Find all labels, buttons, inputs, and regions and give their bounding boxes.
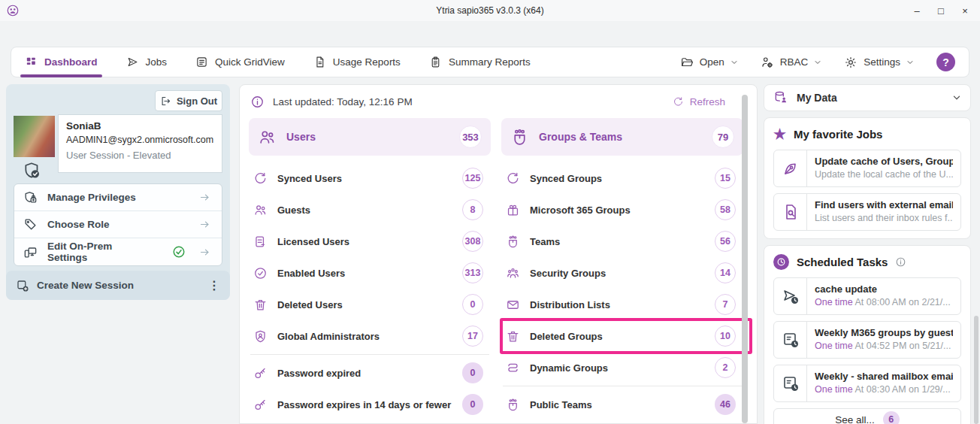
favorite-jobs-title: My favorite Jobs bbox=[794, 128, 882, 141]
tab-quick-gridview[interactable]: Quick GridView bbox=[195, 56, 285, 68]
shield-check-icon bbox=[23, 161, 42, 180]
row-synced-groups[interactable]: Synced Groups 15 bbox=[501, 162, 743, 194]
favorite-job-item[interactable]: Find users with external email ... List … bbox=[773, 193, 961, 231]
license-doc-icon bbox=[253, 235, 268, 249]
scheduled-task-item[interactable]: Weekly M365 groups by guest... One time … bbox=[773, 321, 961, 359]
see-all-button[interactable]: See all... 6 bbox=[773, 408, 961, 424]
groups-card-header[interactable]: Groups & Teams 79 bbox=[501, 118, 743, 156]
row-m365-groups[interactable]: Microsoft 365 Groups 58 bbox=[501, 194, 743, 226]
scheduled-task-item[interactable]: cache update One time At 08:00 AM on 2/2… bbox=[773, 277, 961, 315]
gift-box-icon bbox=[506, 203, 520, 217]
folder-icon bbox=[680, 56, 694, 69]
row-public-teams[interactable]: Public Teams 46 bbox=[501, 389, 743, 420]
session-type: User Session - Elevated bbox=[66, 150, 214, 161]
groups-total-badge: 79 bbox=[712, 126, 734, 148]
settings-menu-button[interactable]: Settings bbox=[844, 56, 914, 69]
user-name: SoniaB bbox=[66, 120, 214, 132]
row-guests[interactable]: Guests 8 bbox=[249, 194, 491, 226]
row-security-groups[interactable]: Security Groups 14 bbox=[501, 257, 743, 289]
calendar-clock-icon bbox=[774, 322, 807, 358]
main-scrollbar[interactable] bbox=[742, 95, 748, 423]
row-enabled-users[interactable]: Enabled Users 313 bbox=[249, 257, 491, 289]
session-actions: Manage Privileges Choose Role Edit On-Pr… bbox=[14, 183, 222, 266]
trash-icon bbox=[253, 298, 268, 312]
tab-summary-reports[interactable]: Summary Reports bbox=[429, 56, 531, 68]
row-password-expires-soon[interactable]: Password expires in 14 days or fewer 0 bbox=[249, 389, 491, 420]
manage-privileges-button[interactable]: Manage Privileges bbox=[14, 184, 222, 211]
title-bar: Ytria sapio365 v3.0.3 (x64) – □ × bbox=[0, 0, 980, 21]
close-button[interactable]: × bbox=[953, 1, 977, 20]
doc-search-icon bbox=[774, 194, 807, 230]
shield-user-icon bbox=[253, 329, 268, 344]
kebab-menu-icon[interactable]: ⋮ bbox=[208, 278, 220, 292]
users-icon bbox=[253, 203, 268, 217]
users-card: Users 353 Synced Users 125 Guests 8 Lice… bbox=[249, 118, 491, 424]
teams-icon bbox=[506, 235, 520, 249]
row-licensed-users[interactable]: Licensed Users 308 bbox=[249, 226, 491, 257]
row-partial bbox=[249, 420, 491, 424]
new-session-plus-icon bbox=[16, 279, 29, 292]
count-badge: 14 bbox=[715, 262, 736, 283]
see-all-count-badge: 6 bbox=[883, 411, 900, 424]
chevron-down-icon[interactable] bbox=[952, 93, 961, 102]
right-scrollbar[interactable] bbox=[974, 316, 978, 424]
help-button[interactable]: ? bbox=[936, 53, 955, 71]
tag-icon bbox=[23, 217, 38, 232]
row-distribution-lists[interactable]: Distribution Lists 7 bbox=[501, 289, 743, 320]
count-badge: 58 bbox=[715, 199, 736, 220]
database-user-icon bbox=[773, 90, 788, 105]
app-logo-icon bbox=[6, 4, 20, 17]
info-icon bbox=[250, 95, 265, 109]
divider bbox=[250, 354, 489, 355]
count-badge: 8 bbox=[462, 199, 483, 220]
arrow-right-icon bbox=[197, 192, 213, 203]
refresh-button[interactable]: Refresh bbox=[673, 96, 725, 108]
user-gear-icon bbox=[761, 56, 774, 69]
dashboard-panel: Last updated: Today, 12:16 PM Refresh Us… bbox=[239, 84, 758, 424]
row-global-administrators[interactable]: Global Administrators 17 bbox=[249, 320, 491, 352]
trash-icon bbox=[506, 329, 520, 344]
open-menu-button[interactable]: Open bbox=[680, 56, 738, 69]
shield-lock-icon bbox=[23, 190, 38, 204]
my-data-section[interactable]: My Data bbox=[764, 84, 971, 111]
sign-out-button[interactable]: Sign Out bbox=[155, 90, 222, 111]
row-dynamic-groups[interactable]: Dynamic Groups 2 bbox=[501, 352, 743, 383]
user-email: AADMIN1@sygx2.onmicrosoft.com bbox=[66, 135, 214, 145]
rbac-menu-button[interactable]: RBAC bbox=[761, 56, 822, 69]
row-partial bbox=[501, 420, 743, 424]
edit-onprem-settings-button[interactable]: Edit On-Prem Settings bbox=[14, 238, 222, 265]
tab-dashboard[interactable]: Dashboard bbox=[25, 56, 98, 68]
teams-icon bbox=[506, 398, 520, 412]
row-deleted-users[interactable]: Deleted Users 0 bbox=[249, 289, 491, 320]
minimize-button[interactable]: – bbox=[905, 1, 929, 20]
dashboard-grid-icon bbox=[25, 56, 38, 68]
window-title: Ytria sapio365 v3.0.3 (x64) bbox=[436, 5, 543, 16]
favorite-job-item[interactable]: Update cache of Users, Groups... Update … bbox=[773, 150, 961, 187]
calendar-clock-icon bbox=[774, 365, 807, 401]
row-teams[interactable]: Teams 56 bbox=[501, 226, 743, 257]
count-badge: 10 bbox=[715, 326, 736, 347]
info-icon[interactable] bbox=[895, 256, 906, 268]
mail-icon bbox=[506, 298, 520, 312]
chevron-down-icon bbox=[814, 59, 821, 66]
gear-icon bbox=[844, 56, 858, 69]
row-password-expired[interactable]: Password expired 0 bbox=[249, 357, 491, 389]
users-card-header[interactable]: Users 353 bbox=[249, 118, 491, 156]
send-clock-icon bbox=[774, 278, 807, 314]
scheduled-task-item[interactable]: Weekly - shared mailbox email... One tim… bbox=[773, 365, 961, 402]
maximize-button[interactable]: □ bbox=[929, 1, 953, 20]
arrow-right-icon bbox=[197, 219, 213, 230]
arrow-right-icon bbox=[197, 247, 213, 258]
people-trio-icon bbox=[506, 266, 520, 280]
groups-teams-card: Groups & Teams 79 Synced Groups 15 Micro… bbox=[501, 118, 743, 424]
count-badge: 0 bbox=[462, 362, 483, 383]
tab-usage-reports[interactable]: Usage Reports bbox=[313, 56, 401, 68]
tab-jobs[interactable]: Jobs bbox=[126, 56, 168, 68]
favorite-jobs-section: ★ My favorite Jobs Update cache of Users… bbox=[764, 117, 971, 239]
chevron-down-icon bbox=[906, 59, 914, 66]
choose-role-button[interactable]: Choose Role bbox=[14, 211, 222, 238]
row-synced-users[interactable]: Synced Users 125 bbox=[249, 162, 491, 194]
count-badge: 2 bbox=[715, 357, 736, 378]
create-new-session-button[interactable]: Create New Session ⋮ bbox=[6, 271, 230, 300]
row-deleted-groups[interactable]: Deleted Groups 10 bbox=[501, 320, 743, 352]
